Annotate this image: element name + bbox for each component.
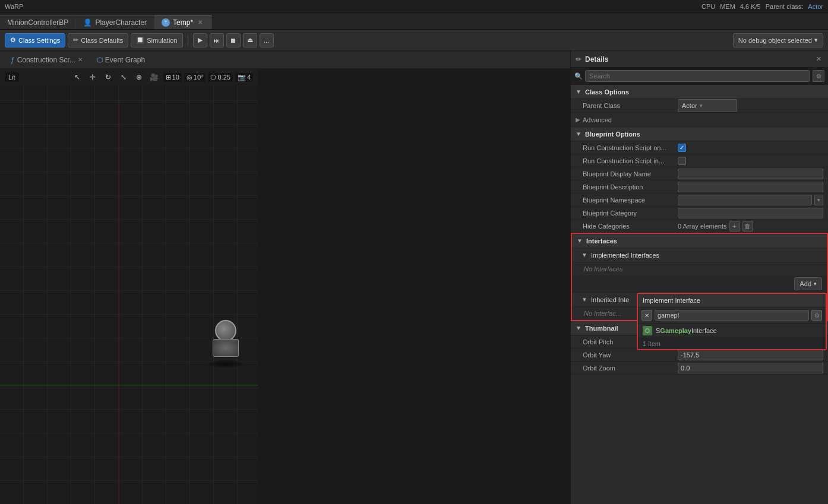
hide-categories-add-icon[interactable]: + xyxy=(729,221,740,232)
implemented-arrow-icon: ▼ xyxy=(582,252,589,258)
orbit-yaw-input[interactable] xyxy=(678,350,823,360)
interfaces-section: ▼ Interfaces ▼ Implemented Interfaces No… xyxy=(571,233,828,321)
add-arrow-icon: ▾ xyxy=(814,281,817,287)
debug-dropdown[interactable]: No debug object selected ▾ xyxy=(733,33,823,47)
tab-label: PlayerCharacter xyxy=(95,18,147,27)
tab-bar: MinionControllerBP 👤 PlayerCharacter T T… xyxy=(0,13,828,30)
step-button[interactable]: ⏭ xyxy=(210,33,224,47)
blueprint-display-name-input[interactable] xyxy=(678,169,823,179)
tab-event-graph[interactable]: ⬡ Event Graph xyxy=(91,53,151,66)
select-tool[interactable]: ↖ xyxy=(71,71,84,84)
run-construction-in-checkbox[interactable] xyxy=(678,157,686,165)
play-button[interactable]: ▶ xyxy=(193,33,207,47)
blueprint-description-row: Blueprint Description xyxy=(571,180,828,194)
implemented-interfaces-title: Implemented Interfaces xyxy=(591,252,659,259)
class-settings-button[interactable]: ⚙ Class Settings xyxy=(5,33,65,47)
character-shadow xyxy=(208,360,244,367)
implement-count-label: 1 item xyxy=(638,338,826,349)
tab-label: MinionControllerBP xyxy=(7,18,68,27)
blueprint-display-name-label: Blueprint Display Name xyxy=(583,170,678,177)
parent-class-row: Parent Class Actor ▾ xyxy=(571,99,828,113)
blueprint-category-value xyxy=(678,208,823,218)
warp-menu[interactable]: WaRP xyxy=(5,3,23,10)
interfaces-section-header[interactable]: ▼ Interfaces xyxy=(572,234,827,248)
grid-icon: ⊞ xyxy=(166,74,171,81)
construction-script-label: Construction Scr... xyxy=(17,56,75,64)
implement-settings-icon[interactable]: ⚙ xyxy=(811,310,822,321)
grid-options[interactable]: ⊞ 10 xyxy=(163,73,182,82)
details-panel-close-icon[interactable]: ✕ xyxy=(814,55,823,64)
mem-label: MEM xyxy=(720,3,735,10)
blueprint-options-title: Blueprint Options xyxy=(585,131,640,138)
blueprint-category-input[interactable] xyxy=(678,208,823,218)
grid-axis-vertical xyxy=(119,102,119,504)
mem-value: 4.6 K/5 xyxy=(740,3,761,10)
event-graph-label: Event Graph xyxy=(105,56,145,64)
eject-button[interactable]: ⏏ xyxy=(243,33,257,47)
person-icon: 👤 xyxy=(83,18,92,27)
character-3d-preview xyxy=(202,320,249,367)
defaults-icon: ✏ xyxy=(73,36,78,44)
add-interface-button[interactable]: Add ▾ xyxy=(794,277,822,290)
blueprint-display-name-value xyxy=(678,169,823,179)
run-construction-on-value xyxy=(678,144,823,152)
search-options-button[interactable]: ⚙ xyxy=(813,70,824,82)
class-defaults-button[interactable]: ✏ Class Defaults xyxy=(68,33,128,47)
blueprint-category-row: Blueprint Category xyxy=(571,207,828,220)
blueprint-options-section-header[interactable]: ▼ Blueprint Options xyxy=(571,127,828,141)
hide-categories-remove-icon[interactable]: 🗑 xyxy=(742,221,753,232)
rotate-tool[interactable]: ↻ xyxy=(102,71,115,84)
blueprint-description-label: Blueprint Description xyxy=(583,183,678,191)
thumbnail-title: Thumbnail xyxy=(585,325,618,332)
menu-items: WaRP xyxy=(5,3,23,10)
implemented-interfaces-header[interactable]: ▼ Implemented Interfaces xyxy=(572,248,827,262)
advanced-row[interactable]: ▶ Advanced xyxy=(571,113,828,127)
details-panel-title: Details xyxy=(585,55,810,64)
implement-result-item[interactable]: ⬡ SGameplayInterface xyxy=(638,324,826,338)
tab-construction-script[interactable]: ƒ Construction Scr... ✕ xyxy=(5,53,89,66)
parent-class-dropdown[interactable]: Actor ▾ xyxy=(678,99,737,112)
transform-tool[interactable]: ⊕ xyxy=(132,71,146,84)
cam-options[interactable]: 📷 4 xyxy=(235,73,253,82)
class-options-section-header[interactable]: ▼ Class Options xyxy=(571,85,828,99)
lit-label[interactable]: Lit xyxy=(5,72,19,82)
details-panel-content: ▼ Class Options Parent Class Actor ▾ ▶ A… xyxy=(571,85,828,504)
implement-clear-button[interactable]: ✕ xyxy=(641,310,652,321)
angle-options[interactable]: ◎ 10° xyxy=(184,73,206,82)
parent-class-label: Parent Class xyxy=(583,102,678,109)
stop-button[interactable]: ⏹ xyxy=(226,33,241,47)
namespace-dropdown-icon: ▾ xyxy=(817,197,820,203)
grid-axis-horizontal xyxy=(0,385,258,385)
tab-close-icon[interactable]: ✕ xyxy=(196,18,204,27)
no-interfaces-label: No Interfaces xyxy=(572,262,827,275)
more-button[interactable]: ... xyxy=(260,33,274,47)
tab-temp[interactable]: T Temp* ✕ xyxy=(154,15,212,29)
simulation-button[interactable]: 🔲 Simulation xyxy=(131,33,182,47)
tab-minion-controller[interactable]: MinionControllerBP xyxy=(0,15,76,29)
thumbnail-arrow-icon: ▼ xyxy=(576,325,583,331)
orbit-zoom-label: Orbit Zoom xyxy=(583,364,678,372)
blueprint-namespace-row: Blueprint Namespace ▾ xyxy=(571,194,828,207)
blueprint-namespace-input[interactable] xyxy=(678,195,812,205)
blueprint-display-name-row: Blueprint Display Name xyxy=(571,167,828,180)
actor-value: Actor xyxy=(682,102,697,109)
implement-search-input[interactable] xyxy=(655,310,809,321)
character-torso xyxy=(213,339,239,357)
camera-tool[interactable]: 🎥 xyxy=(148,71,161,84)
blueprint-description-input[interactable] xyxy=(678,182,823,192)
implement-interface-dropdown: Implement Interface ✕ ⚙ ⬡ SGameplayInter… xyxy=(637,293,827,350)
hide-categories-count: 0 Array elements xyxy=(678,223,727,230)
details-search-input[interactable] xyxy=(585,70,810,82)
run-construction-on-checkbox[interactable] xyxy=(678,144,686,152)
scale-tool[interactable]: ⤡ xyxy=(117,71,130,84)
cpu-label: CPU xyxy=(701,3,715,10)
dropdown-arrow-icon: ▾ xyxy=(700,103,703,109)
move-tool[interactable]: ✛ xyxy=(86,71,99,84)
scale-options[interactable]: ⬡ 0.25 xyxy=(208,73,232,82)
tab-player-character[interactable]: 👤 PlayerCharacter xyxy=(76,15,154,29)
parent-class-link[interactable]: Actor xyxy=(808,3,823,10)
orbit-zoom-input[interactable] xyxy=(678,363,823,373)
construction-script-close-icon[interactable]: ✕ xyxy=(78,56,83,63)
blueprint-category-label: Blueprint Category xyxy=(583,210,678,217)
namespace-dropdown[interactable]: ▾ xyxy=(814,195,823,205)
